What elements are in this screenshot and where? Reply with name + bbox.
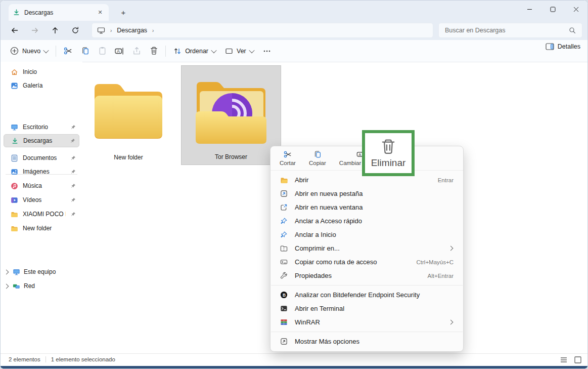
zip-folder-icon xyxy=(280,244,288,253)
sidebar-item-red[interactable]: Red xyxy=(2,279,83,293)
menu-item-mostrar-mas-opciones[interactable]: Mostrar Más opciones xyxy=(273,335,461,348)
tab-close-icon[interactable]: ✕ xyxy=(96,8,105,17)
rename-button[interactable]: A xyxy=(111,44,128,59)
list-view-icon[interactable] xyxy=(560,357,567,363)
new-window-icon xyxy=(280,203,288,212)
quick-action-label: Cortar xyxy=(280,160,296,166)
large-icons-view-icon[interactable] xyxy=(574,356,581,363)
menu-item-anclar-acceso-rapido[interactable]: Anclar a Acceso rápido xyxy=(273,214,461,228)
command-bar: Nuevo A Ordenar Ver xyxy=(1,40,587,62)
new-button[interactable]: Nuevo xyxy=(6,44,53,58)
breadcrumb-item-descargas[interactable]: Descargas xyxy=(117,27,147,34)
this-pc-icon xyxy=(97,26,105,34)
pictures-icon xyxy=(11,168,18,176)
pin-icon xyxy=(280,217,288,225)
refresh-button[interactable] xyxy=(67,23,83,38)
menu-divider xyxy=(271,332,463,332)
submenu-chevron-icon xyxy=(448,246,454,251)
trash-icon xyxy=(379,138,397,156)
sidebar-item-escritorio[interactable]: Escritorio xyxy=(4,120,79,134)
cut-button[interactable] xyxy=(59,44,76,59)
chevron-right-icon xyxy=(4,269,9,274)
sidebar-item-este-equipo[interactable]: Este equipo xyxy=(2,265,83,278)
menu-item-winrar[interactable]: WinRAR xyxy=(273,315,461,329)
up-button[interactable] xyxy=(47,23,63,38)
view-button[interactable]: Ver xyxy=(220,44,258,58)
sort-icon xyxy=(173,47,182,55)
paste-button[interactable] xyxy=(94,44,111,59)
sidebar-item-label: New folder xyxy=(23,225,76,232)
context-menu: Cortar Copiar A Cambiar nombre Abrir xyxy=(270,146,464,352)
context-menu-items: Abrir Entrar Abrir en nueva pestaña Abri… xyxy=(270,171,463,348)
sidebar-item-xiaomi[interactable]: XIAOMI POCO F xyxy=(4,208,79,221)
cut-menu-button[interactable]: Cortar xyxy=(280,150,296,166)
sidebar-item-new-folder[interactable]: New folder xyxy=(4,222,79,235)
menu-item-terminal[interactable]: Abrir en Terminal xyxy=(273,302,461,315)
tab-descargas[interactable]: Descargas ✕ xyxy=(9,4,109,21)
maximize-button[interactable] xyxy=(541,1,564,18)
svg-text:A: A xyxy=(117,49,120,54)
svg-text:B: B xyxy=(283,293,286,298)
back-button[interactable] xyxy=(7,23,23,38)
pin-icon xyxy=(70,169,76,175)
details-pane-button[interactable]: Detalles xyxy=(546,43,580,50)
file-explorer-window: Descargas ✕ + › Descargas › Buscar en De… xyxy=(0,0,588,369)
menu-item-copiar-ruta[interactable]: Copiar como ruta de acceso Ctrl+Mayús+C xyxy=(273,255,461,269)
breadcrumb[interactable]: › Descargas › xyxy=(92,23,433,38)
sidebar-item-documentos[interactable]: Documentos xyxy=(4,151,79,165)
sidebar-item-descargas[interactable]: Descargas xyxy=(4,134,79,147)
menu-item-bitdefender[interactable]: B Analizar con Bitdefender Endpoint Secu… xyxy=(273,288,461,302)
sidebar-item-imagenes[interactable]: Imágenes xyxy=(4,165,79,178)
share-button[interactable] xyxy=(128,44,145,59)
minimize-button[interactable] xyxy=(518,1,541,18)
copy-menu-button[interactable]: Copiar xyxy=(309,150,326,166)
eliminar-highlight-annotation[interactable]: Eliminar xyxy=(362,130,415,176)
new-tab-button[interactable]: + xyxy=(118,7,129,18)
copy-icon xyxy=(313,150,322,159)
more-options-button[interactable] xyxy=(258,44,276,59)
sidebar-item-label: Imágenes xyxy=(23,168,66,175)
menu-item-abrir-nueva-pestana[interactable]: Abrir en nueva pestaña xyxy=(273,187,461,200)
sidebar-item-inicio[interactable]: Inicio xyxy=(4,65,79,78)
view-button-label: Ver xyxy=(237,48,246,55)
details-button-label: Detalles xyxy=(558,43,580,50)
breadcrumb-separator: › xyxy=(110,28,112,33)
file-name: Tor Browser xyxy=(215,153,247,160)
copy-button[interactable] xyxy=(76,44,94,59)
forward-button[interactable] xyxy=(27,23,43,38)
sort-button[interactable]: Ordenar xyxy=(169,44,220,58)
menu-item-anclar-inicio[interactable]: Anclar a Inicio xyxy=(273,228,461,241)
close-button[interactable] xyxy=(564,1,587,18)
sidebar-item-videos[interactable]: Vídeos xyxy=(4,193,79,207)
more-options-icon xyxy=(280,337,288,346)
file-name: New folder xyxy=(114,154,143,161)
chevron-down-icon xyxy=(249,47,254,53)
delete-button[interactable] xyxy=(145,44,162,59)
search-placeholder: Buscar en Descargas xyxy=(445,27,569,34)
svg-text:A: A xyxy=(358,152,361,157)
plus-circle-icon xyxy=(10,47,19,55)
menu-item-abrir-nueva-ventana[interactable]: Abrir en nueva ventana xyxy=(273,200,461,214)
download-icon xyxy=(13,9,20,16)
sidebar-item-label: Red xyxy=(24,282,83,290)
terminal-icon xyxy=(280,304,288,313)
navigation-pane: Inicio Galería Escritorio Descargas Docu… xyxy=(1,62,82,355)
file-tile-new-folder[interactable]: New folder xyxy=(78,65,178,165)
sort-button-label: Ordenar xyxy=(185,48,208,55)
sidebar-item-galeria[interactable]: Galería xyxy=(4,79,79,92)
folder-icon xyxy=(11,211,18,218)
tab-title: Descargas xyxy=(24,9,96,16)
pin-icon xyxy=(70,183,76,189)
menu-item-comprimir[interactable]: Comprimir en... xyxy=(273,241,461,255)
search-box[interactable]: Buscar en Descargas xyxy=(438,23,582,38)
sidebar-item-label: Vídeos xyxy=(23,196,66,203)
submenu-chevron-icon xyxy=(448,320,454,325)
menu-item-propiedades[interactable]: Propiedades Alt+Entrar xyxy=(273,269,461,282)
sidebar-item-label: Música xyxy=(23,182,66,189)
sidebar-item-label: Descargas xyxy=(23,137,65,144)
sidebar-item-musica[interactable]: Música xyxy=(4,179,79,192)
search-icon xyxy=(569,27,576,34)
gallery-icon xyxy=(11,82,18,90)
file-tile-tor-browser[interactable]: Tor Browser xyxy=(181,65,281,165)
path-icon xyxy=(280,258,288,266)
